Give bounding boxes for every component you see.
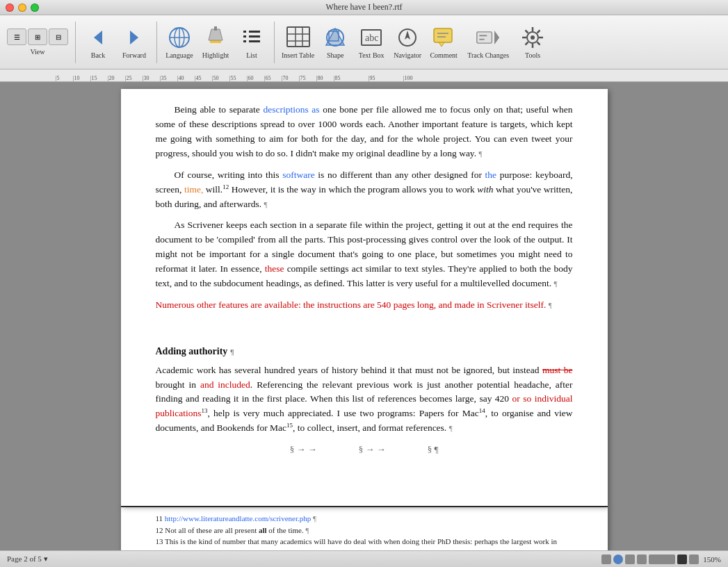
highlight-label: Highlight xyxy=(202,51,229,59)
view-list-icon[interactable]: ☰ xyxy=(7,28,26,45)
back-label: Back xyxy=(91,51,106,59)
para5-inserted: and included xyxy=(200,379,250,390)
svg-point-36 xyxy=(531,35,535,40)
pilcrow-4: ¶ xyxy=(549,301,552,309)
tools-label: Tools xyxy=(525,51,540,59)
fn12-rest: of the time. xyxy=(267,526,304,534)
language-icon xyxy=(167,25,192,50)
svg-marker-1 xyxy=(130,31,138,44)
svg-line-44 xyxy=(526,42,528,45)
view-grid-icon[interactable]: ⊞ xyxy=(28,28,47,45)
view-icons: ☰ ⊞ ⊟ xyxy=(7,28,68,45)
back-icon xyxy=(86,25,111,50)
list-label: List xyxy=(246,51,257,59)
page-info: Page 2 of 5 ▾ xyxy=(7,554,48,564)
forward-label: Forward xyxy=(122,51,146,59)
view-split-icon[interactable]: ⊟ xyxy=(49,28,68,45)
para2-italic: with xyxy=(477,184,493,195)
svg-rect-6 xyxy=(210,40,221,43)
svg-rect-27 xyxy=(434,28,452,42)
para5-rest3: , help is very much appreciated. I use t… xyxy=(208,408,479,418)
para5-sup3: 15 xyxy=(286,422,293,429)
view-toolbar-group[interactable]: ☰ ⊞ ⊟ View xyxy=(6,18,70,67)
footnote-11: 11 http://www.literatureandlatte.com/scr… xyxy=(156,513,573,525)
comment-icon xyxy=(431,25,456,50)
track-changes-toolbar-group[interactable]: Track Changes xyxy=(463,18,513,67)
insert-table-icon xyxy=(286,25,311,50)
svg-rect-9 xyxy=(243,31,246,33)
fn11-link[interactable]: http://www.literatureandlatte.com/scrive… xyxy=(165,514,311,523)
svg-text:abc: abc xyxy=(365,33,378,43)
footnote-area: 11 http://www.literatureandlatte.com/scr… xyxy=(121,506,608,550)
para2-rest2: However, it is the way in which the prog… xyxy=(229,184,477,195)
status-bar: Page 2 of 5 ▾ 150% xyxy=(0,550,728,567)
language-label: Language xyxy=(165,51,193,59)
paragraph-1: Being able to separate descriptions as o… xyxy=(156,103,573,161)
para5-rest5: , to collect, insert, and format referen… xyxy=(293,422,446,433)
fn13-text: 13 This is the kind of number that many … xyxy=(156,537,558,550)
svg-line-43 xyxy=(537,31,540,33)
list-icon xyxy=(239,25,264,50)
insert-table-toolbar-group[interactable]: Insert Table xyxy=(280,18,316,67)
forward-toolbar-group[interactable]: Forward xyxy=(118,18,151,67)
svg-rect-15 xyxy=(287,27,309,47)
para1-link1[interactable]: descriptions as xyxy=(263,104,319,115)
para3-red: these xyxy=(265,263,284,274)
para2-start: Of course, writing into this xyxy=(175,170,283,180)
view-label: View xyxy=(30,48,45,56)
navigator-toolbar-group[interactable]: Navigator xyxy=(391,18,424,67)
highlight-icon xyxy=(203,25,228,50)
svg-marker-7 xyxy=(209,29,223,40)
svg-line-41 xyxy=(526,31,528,33)
pilcrow-2: ¶ xyxy=(264,200,267,208)
navigator-icon xyxy=(395,25,420,50)
fn12-text: 12 Not all of these are all present xyxy=(156,526,259,534)
para2-link1[interactable]: software xyxy=(282,170,314,180)
text-box-toolbar-group[interactable]: abc Text Box xyxy=(355,18,388,67)
language-toolbar-group[interactable]: Language xyxy=(163,18,196,67)
shape-toolbar-group[interactable]: Shape xyxy=(318,18,352,67)
tools-icon xyxy=(520,25,545,50)
para2-link2[interactable]: the xyxy=(485,170,497,180)
fn12-bold: all xyxy=(259,526,267,534)
svg-marker-32 xyxy=(494,31,499,44)
page-arrow: ▾ xyxy=(44,554,48,563)
page-info-text: Page 2 of 5 xyxy=(7,554,42,563)
para4-red-text: Numerous other features are available: t… xyxy=(156,299,547,310)
para5-start: Academic work has several hundred years … xyxy=(156,365,543,375)
window-controls[interactable] xyxy=(6,3,39,12)
sep-symbol-2: § → → xyxy=(359,443,386,457)
svg-rect-8 xyxy=(214,26,217,31)
tools-toolbar-group[interactable]: Tools xyxy=(516,18,549,67)
para5-rest: brought in xyxy=(156,379,200,390)
heading-text: Adding authority xyxy=(156,346,228,356)
document-page: Being able to separate descriptions as o… xyxy=(121,89,608,506)
document-area: Being able to separate descriptions as o… xyxy=(0,82,728,550)
separator-1 xyxy=(75,22,76,63)
minimize-button[interactable] xyxy=(18,3,26,12)
highlight-toolbar-group[interactable]: Highlight xyxy=(199,18,232,67)
text-box-icon: abc xyxy=(359,25,384,50)
close-button[interactable] xyxy=(6,3,14,12)
pilcrow-fn11: ¶ xyxy=(313,514,316,523)
svg-marker-26 xyxy=(405,31,410,40)
svg-rect-11 xyxy=(243,40,246,42)
list-toolbar-group[interactable]: List xyxy=(235,18,268,67)
para1-start: Being able to separate xyxy=(175,104,264,115)
svg-rect-14 xyxy=(249,40,260,42)
para2-rest: will. xyxy=(203,184,223,195)
maximize-button[interactable] xyxy=(31,3,39,12)
status-icon-3 xyxy=(625,554,635,564)
comment-toolbar-group[interactable]: Comment xyxy=(427,18,460,67)
svg-rect-12 xyxy=(249,31,260,33)
pilcrow-fn12: ¶ xyxy=(305,526,309,534)
status-icon-5 xyxy=(649,554,675,564)
empty-line-1 xyxy=(156,320,573,334)
toolbar: ☰ ⊞ ⊟ View Back Forward xyxy=(0,15,728,69)
footnote-12: 12 Not all of these are all present all … xyxy=(156,525,573,536)
svg-line-42 xyxy=(537,42,540,45)
text-box-label: Text Box xyxy=(359,51,385,59)
back-toolbar-group[interactable]: Back xyxy=(81,18,115,67)
zoom-level: 150% xyxy=(703,555,721,564)
window-title: Where have I been?.rtf xyxy=(326,2,403,13)
